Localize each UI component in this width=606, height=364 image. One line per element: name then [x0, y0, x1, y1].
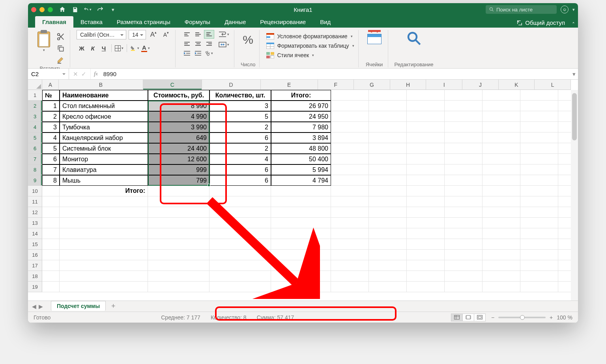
- cell-K7[interactable]: [520, 154, 558, 164]
- cell-D14[interactable]: [209, 228, 271, 239]
- cell-E9[interactable]: 4 794: [271, 175, 331, 186]
- normal-view-button[interactable]: [451, 314, 463, 321]
- cell-G18[interactable]: [369, 271, 407, 282]
- undo-icon[interactable]: ▾: [84, 6, 92, 13]
- format-as-table-button[interactable]: Форматировать как таблицу▾: [266, 41, 354, 50]
- cell-A10[interactable]: [42, 186, 60, 196]
- cell-D17[interactable]: [209, 260, 271, 271]
- share-button[interactable]: Общий доступ: [511, 18, 570, 28]
- tab-pagelayout[interactable]: Разметка страницы: [110, 16, 178, 28]
- cell-F10[interactable]: [331, 186, 369, 196]
- cell-K11[interactable]: [520, 196, 558, 207]
- minimize-window-button[interactable]: [39, 7, 45, 12]
- cell-I10[interactable]: [445, 186, 483, 196]
- font-size-combo[interactable]: 14: [129, 30, 146, 39]
- cell-J6[interactable]: [483, 143, 520, 154]
- cell-K10[interactable]: [520, 186, 558, 196]
- cell-C14[interactable]: [148, 228, 209, 239]
- name-box[interactable]: C2: [28, 69, 69, 79]
- cell-H5[interactable]: [407, 133, 445, 143]
- cell-G7[interactable]: [369, 154, 407, 164]
- cell-A5[interactable]: 4: [42, 133, 60, 143]
- row-header-16[interactable]: 16: [28, 250, 42, 260]
- cell-A2[interactable]: 1: [42, 101, 60, 111]
- paste-button[interactable]: ▾: [35, 30, 52, 52]
- cell-B19[interactable]: [60, 282, 148, 292]
- cell-J13[interactable]: [483, 218, 520, 228]
- cell-D19[interactable]: [209, 282, 271, 292]
- cell-D5[interactable]: 6: [209, 133, 271, 143]
- cell-F19[interactable]: [331, 282, 369, 292]
- cell-D7[interactable]: 4: [209, 154, 271, 164]
- zoom-slider[interactable]: [498, 317, 546, 318]
- align-top-button[interactable]: [182, 30, 192, 39]
- cell-G10[interactable]: [369, 186, 407, 196]
- cell-A1[interactable]: №: [42, 90, 60, 101]
- cell-F6[interactable]: [331, 143, 369, 154]
- cell-B13[interactable]: [60, 218, 148, 228]
- row-header-1[interactable]: 1: [28, 90, 42, 101]
- cell-G1[interactable]: [369, 90, 407, 101]
- row-header-6[interactable]: 6: [28, 143, 42, 154]
- cell-K3[interactable]: [520, 111, 558, 122]
- cell-J17[interactable]: [483, 260, 520, 271]
- tab-formulas[interactable]: Формулы: [178, 16, 217, 28]
- cell-J10[interactable]: [483, 186, 520, 196]
- column-header-B[interactable]: B: [59, 80, 143, 90]
- cell-D9[interactable]: 6: [209, 175, 271, 186]
- cell-F13[interactable]: [331, 218, 369, 228]
- customize-qat-icon[interactable]: ▾: [109, 6, 117, 13]
- cell-E14[interactable]: [271, 228, 331, 239]
- cell-H10[interactable]: [407, 186, 445, 196]
- cell-G5[interactable]: [369, 133, 407, 143]
- cell-H7[interactable]: [407, 154, 445, 164]
- maximize-window-button[interactable]: [48, 7, 53, 12]
- cell-H14[interactable]: [407, 228, 445, 239]
- cell-B18[interactable]: [60, 271, 148, 282]
- row-header-7[interactable]: 7: [28, 154, 42, 164]
- redo-icon[interactable]: [96, 6, 104, 13]
- cell-E18[interactable]: [271, 271, 331, 282]
- column-header-G[interactable]: G: [354, 80, 390, 90]
- cell-G12[interactable]: [369, 207, 407, 218]
- cell-E17[interactable]: [271, 260, 331, 271]
- tab-view[interactable]: Вид: [313, 16, 338, 28]
- row-header-12[interactable]: 12: [28, 207, 42, 218]
- cell-A6[interactable]: 5: [42, 143, 60, 154]
- font-name-combo[interactable]: Calibri (Осн…: [77, 30, 126, 39]
- cell-D12[interactable]: [209, 207, 271, 218]
- cell-C13[interactable]: [148, 218, 209, 228]
- zoom-out-button[interactable]: −: [491, 314, 494, 321]
- cell-I2[interactable]: [445, 101, 483, 111]
- cell-E4[interactable]: 7 980: [271, 122, 331, 133]
- spreadsheet-grid[interactable]: ABCDEFGHIJKL 123456789101112131415161718…: [28, 80, 578, 301]
- decrease-indent-button[interactable]: [182, 49, 192, 58]
- cell-D18[interactable]: [209, 271, 271, 282]
- cell-H9[interactable]: [407, 175, 445, 186]
- cell-A3[interactable]: 2: [42, 111, 60, 122]
- cell-J8[interactable]: [483, 164, 520, 175]
- cell-A19[interactable]: [42, 282, 60, 292]
- cell-A9[interactable]: 8: [42, 175, 60, 186]
- cell-E19[interactable]: [271, 282, 331, 292]
- row-header-17[interactable]: 17: [28, 260, 42, 271]
- row-header-5[interactable]: 5: [28, 133, 42, 143]
- cell-G2[interactable]: [369, 101, 407, 111]
- cell-B16[interactable]: [60, 250, 148, 260]
- cell-K5[interactable]: [520, 133, 558, 143]
- cell-F11[interactable]: [331, 196, 369, 207]
- cell-styles-button[interactable]: Стили ячеек▾: [266, 50, 354, 60]
- cell-J4[interactable]: [483, 122, 520, 133]
- row-header-4[interactable]: 4: [28, 122, 42, 133]
- cell-J12[interactable]: [483, 207, 520, 218]
- cell-A8[interactable]: 7: [42, 164, 60, 175]
- add-sheet-button[interactable]: +: [111, 302, 116, 310]
- cell-I14[interactable]: [445, 228, 483, 239]
- column-header-H[interactable]: H: [390, 80, 426, 90]
- cell-A7[interactable]: 6: [42, 154, 60, 164]
- cell-D2[interactable]: 3: [209, 101, 271, 111]
- cell-B9[interactable]: Мышь: [60, 175, 148, 186]
- cell-A13[interactable]: [42, 218, 60, 228]
- cell-G14[interactable]: [369, 228, 407, 239]
- cell-C11[interactable]: [148, 196, 209, 207]
